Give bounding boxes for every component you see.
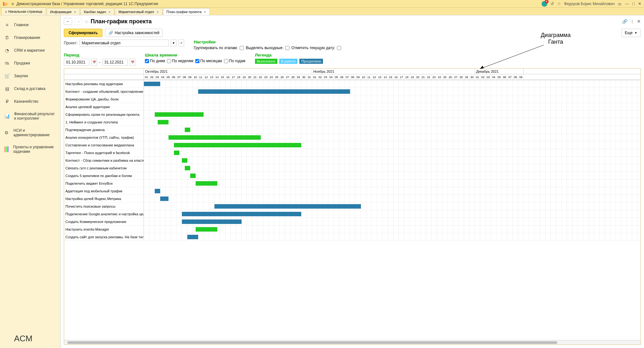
gantt-row[interactable]: Подключить виджет EnvyBox	[64, 180, 640, 187]
gantt-bar[interactable]	[160, 196, 168, 201]
gantt-row[interactable]: Почистить поисковые запросы	[64, 203, 640, 210]
gantt-row[interactable]: Составление и согласование медиаплана	[64, 141, 640, 149]
notification-badge[interactable]	[542, 1, 547, 7]
sidebar-item-казначейство[interactable]: ₽Казначейство	[0, 95, 60, 108]
tab-начальная-страница[interactable]: Начальная страница	[1, 8, 46, 15]
settings-icon[interactable]: ⚌	[618, 1, 622, 6]
scale-days-checkbox[interactable]	[145, 59, 149, 63]
gantt-bar[interactable]	[198, 89, 350, 94]
gantt-bar[interactable]	[155, 189, 160, 193]
gantt-row[interactable]: Таргетинг - Поиск аудиторий в facebook	[64, 149, 640, 157]
gantt-row[interactable]: Подключение Google.аналитикс и настройка…	[64, 210, 640, 218]
gantt-bar[interactable]	[185, 166, 190, 170]
tab-маркетинговый-отдел[interactable]: Маркетинговый отдел✕	[115, 8, 162, 15]
gantt-row[interactable]: Настроить enents-Manager	[64, 226, 640, 233]
tab-close-icon[interactable]: ✕	[156, 10, 159, 14]
gantt-bar[interactable]	[185, 128, 190, 132]
gantt-row[interactable]: Формирование ЦА, джобы, боли	[64, 95, 640, 103]
tab-close-icon[interactable]: ✕	[108, 10, 111, 14]
gantt-row[interactable]: Анализ конкурентов (УТП, сайты, трафик)	[64, 134, 640, 141]
date-to-calendar-button[interactable]: 📅	[130, 59, 135, 66]
history-icon[interactable]: ↺	[550, 1, 554, 6]
favorite-star-icon[interactable]: ☆	[84, 19, 89, 25]
favorite-icon[interactable]: ☆	[557, 1, 561, 6]
gantt-row[interactable]: Создать сайт для запуска рекламы. На баз…	[64, 233, 640, 241]
gantt-bar[interactable]	[174, 143, 302, 147]
tab-информация[interactable]: Информация✕	[47, 8, 80, 15]
sidebar-item-продажи[interactable]: 🛍Продажи	[0, 57, 60, 70]
more-button[interactable]: Еще ▼	[621, 29, 641, 37]
gantt-row[interactable]: Анализ целевой аудитории	[64, 103, 640, 111]
gantt-row[interactable]: Контекст - Сбор семантики и разбивка на …	[64, 157, 640, 164]
sidebar-item-планирование[interactable]: 🗓Планирование	[0, 31, 60, 44]
group-stages-checkbox[interactable]	[240, 46, 244, 50]
project-input[interactable]	[79, 40, 169, 47]
scale-months-checkbox[interactable]	[195, 59, 199, 63]
gantt-task-name: Подключить виджет EnvyBox	[64, 180, 144, 187]
sidebar-item-финансовый-результат-и-контроллинг[interactable]: 📊Финансовый результат и контроллинг	[0, 108, 60, 124]
gantt-row[interactable]: Контекст - создание объявлений, проставл…	[64, 88, 640, 95]
maximize-icon[interactable]: □	[632, 1, 635, 6]
gantt-bar[interactable]	[214, 204, 361, 209]
generate-button[interactable]: Сформировать	[64, 29, 102, 37]
sidebar-item-главное[interactable]: ≡Главное	[0, 19, 60, 31]
gantt-row[interactable]: Создать 5 креативов по джобам и болям	[64, 172, 640, 180]
tab-close-icon[interactable]: ✕	[74, 10, 76, 14]
sidebar-item-нси-и-администрирование[interactable]: ⚙НСИ и администрирование	[0, 124, 60, 141]
nav-back-button[interactable]: ←	[64, 18, 72, 25]
gantt-bar[interactable]	[158, 120, 168, 124]
gantt-bar[interactable]	[182, 158, 187, 163]
gantt-bar[interactable]	[144, 82, 160, 86]
close-page-icon[interactable]: ✕	[637, 19, 641, 24]
gantt-bar[interactable]	[196, 227, 217, 232]
gantt-bar[interactable]	[174, 151, 179, 155]
sidebar-item-закупки[interactable]: 🛒Закупки	[0, 70, 60, 82]
sidebar-item-crm-и-маркетинг[interactable]: ◔CRM и маркетинг	[0, 44, 60, 57]
gantt-horizontal-scrollbar[interactable]	[64, 340, 640, 344]
project-open-button[interactable]: ↗	[178, 40, 184, 47]
gantt-row[interactable]: Создать Коммерческое предложение	[64, 218, 640, 226]
date-to-input[interactable]	[102, 59, 128, 66]
gantt-row[interactable]: Сформировать сроки по реализации проекта…	[64, 111, 640, 118]
sidebar-item-склад-и-доставка[interactable]: ▤Склад и доставка	[0, 82, 60, 95]
gantt-task-name: 1. Нейминг и создание логотипа	[64, 118, 144, 126]
dependencies-button[interactable]: 🔗 Настройка зависимостей	[105, 29, 163, 37]
tab-канбан-задач[interactable]: Канбан задач✕	[80, 8, 114, 15]
mark-today-checkbox[interactable]	[337, 46, 341, 50]
gantt-bar[interactable]	[196, 181, 217, 186]
nav-forward-button[interactable]: →	[74, 18, 82, 25]
project-dropdown-button[interactable]: ▼	[171, 40, 176, 47]
date-from-input[interactable]	[64, 59, 89, 66]
kebab-menu-icon[interactable]: ⋮	[630, 19, 634, 24]
sidebar-item-проекты-и-управление-задачами[interactable]: Проекты и управление задачами	[0, 141, 60, 158]
gantt-row[interactable]: Связать гугл с рекламным кабинетом	[64, 164, 640, 172]
main-menu-icon[interactable]: ≡	[11, 1, 14, 6]
gantt-row[interactable]: 1. Нейминг и создание логотипа	[64, 118, 640, 126]
close-window-icon[interactable]: ✕	[638, 1, 641, 6]
gantt-body[interactable]: Настройка рекламы под аудиторииКонтекст …	[64, 80, 640, 340]
scale-weeks-checkbox[interactable]	[167, 59, 171, 63]
gantt-bar[interactable]	[168, 135, 261, 140]
gantt-row[interactable]: Настройка целей Яндекс.Метрика	[64, 195, 640, 203]
tab-close-icon[interactable]: ✕	[204, 10, 206, 14]
chevron-down-icon: ▼	[634, 31, 637, 34]
gantt-row[interactable]: Подтверждение домена	[64, 126, 640, 134]
gantt-task-name: Настройка рекламы под аудитории	[64, 80, 144, 87]
link-icon[interactable]: 🔗	[622, 19, 627, 24]
date-from-calendar-button[interactable]: 📅	[91, 59, 97, 66]
scale-years-checkbox[interactable]	[224, 59, 228, 63]
highlight-weekends-label: Выделять выходные:	[246, 46, 283, 50]
gantt-bar[interactable]	[187, 235, 198, 239]
gantt-bar[interactable]	[182, 219, 242, 224]
gantt-bar[interactable]	[182, 212, 301, 216]
user-name[interactable]: Федоров Борис Михайлович	[564, 2, 615, 6]
gantt-bar[interactable]	[190, 174, 196, 178]
gantt-task-name: Создать сайт для запуска рекламы. На баз…	[64, 233, 144, 241]
minimize-icon[interactable]: —	[625, 1, 629, 6]
highlight-weekends-checkbox[interactable]	[285, 46, 289, 50]
gantt-row[interactable]: Настройка рекламы под аудитории	[64, 80, 640, 88]
tab-план-график-проекта[interactable]: План-график проекта✕	[163, 8, 210, 15]
scale-header: Шкала времени	[145, 53, 245, 57]
gantt-bar[interactable]	[155, 112, 204, 117]
gantt-row[interactable]: Адаптация под мобильный трафик	[64, 187, 640, 195]
